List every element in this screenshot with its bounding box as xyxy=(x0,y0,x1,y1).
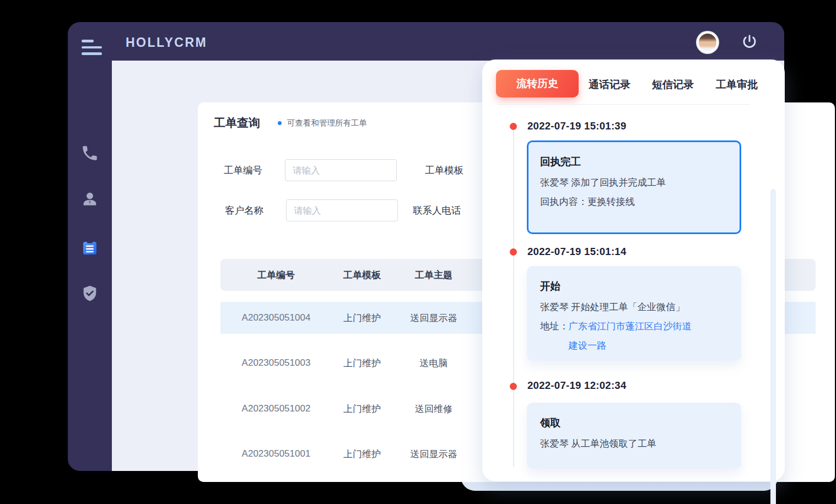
col-header-order-id: 工单编号 xyxy=(220,269,332,281)
clipboard-icon xyxy=(80,238,99,257)
sidebar-item-calls[interactable] xyxy=(80,144,99,162)
power-icon[interactable] xyxy=(741,34,758,50)
address-label: 地址： xyxy=(540,317,569,336)
sidebar-item-customers[interactable] xyxy=(80,190,99,209)
stage: HOLLYCRM xyxy=(0,0,836,504)
timeline-card-title: 回执完工 xyxy=(540,155,728,169)
address-link[interactable]: 广东省江门市蓬江区白沙街道建设一路 xyxy=(569,317,694,355)
app-brand: HOLLYCRM xyxy=(126,35,207,50)
avatar-photo xyxy=(699,34,716,51)
tab-flow-history[interactable]: 流转历史 xyxy=(496,70,579,97)
timeline-timestamp: 2022-07-19 15:01:14 xyxy=(527,246,627,258)
panel-scrollbar[interactable] xyxy=(770,189,776,504)
user-icon xyxy=(80,190,99,209)
col-header-template: 工单模板 xyxy=(332,269,392,281)
timeline-card-title: 领取 xyxy=(540,416,728,430)
tab-order-approval[interactable]: 工单审批 xyxy=(716,78,758,92)
timeline-card-claim: 领取 张爱琴 从工单池领取了工单 xyxy=(527,403,741,469)
page-subtitle: 可查看和管理所有工单 xyxy=(287,118,367,128)
timeline-dot-icon xyxy=(510,248,517,256)
tab-divider xyxy=(498,104,749,105)
order-id-input[interactable] xyxy=(285,159,397,181)
page-title: 工单查询 xyxy=(214,115,260,131)
history-panel: 流转历史 通话记录 短信记录 工单审批 2022-07-19 15:01:39 … xyxy=(482,59,785,481)
timeline-dot-icon xyxy=(510,383,517,390)
menu-icon[interactable] xyxy=(82,40,103,56)
timeline-timestamp: 2022-07-19 15:01:39 xyxy=(527,120,627,132)
timeline-card-start: 开始 张爱琴 开始处理工单「企业微信」 地址： 广东省江门市蓬江区白沙街道建设一… xyxy=(527,266,741,361)
field-label-order-id: 工单编号 xyxy=(224,159,262,181)
shield-icon xyxy=(80,284,99,303)
avatar[interactable] xyxy=(697,32,718,53)
sidebar-item-workorders[interactable] xyxy=(80,238,99,257)
title-dot-icon xyxy=(278,121,282,125)
timeline-dot-icon xyxy=(510,123,517,130)
timeline-card-title: 开始 xyxy=(540,279,728,293)
sidebar-item-security[interactable] xyxy=(80,284,99,303)
field-label-template: 工单模板 xyxy=(425,159,463,181)
col-header-subject: 工单主题 xyxy=(392,269,475,281)
timeline-line xyxy=(513,130,514,467)
field-label-customer: 客户名称 xyxy=(225,199,263,221)
timeline-timestamp: 2022-07-19 12:02:34 xyxy=(527,380,627,392)
timeline-card-receipt-complete: 回执完工 张爱琴 添加了回执并完成工单 回执内容：更换转接线 xyxy=(527,140,741,234)
tab-sms-records[interactable]: 短信记录 xyxy=(652,78,694,92)
tab-call-records[interactable]: 通话记录 xyxy=(589,78,630,92)
field-label-contact-phone: 联系人电话 xyxy=(413,199,461,221)
customer-name-input[interactable] xyxy=(286,199,398,221)
phone-icon xyxy=(80,144,99,162)
